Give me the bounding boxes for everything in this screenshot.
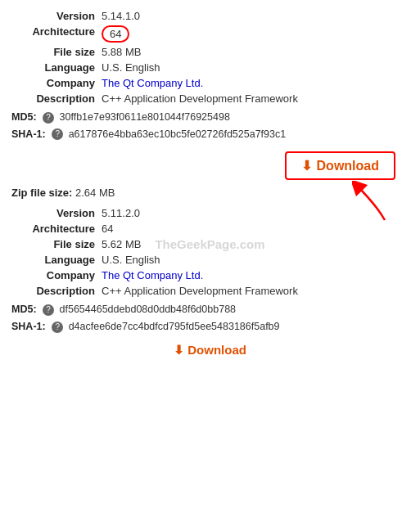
table-row: Description C++ Application Development … — [8, 91, 412, 106]
arch-value: 64 — [98, 24, 412, 44]
md5-help-icon-2[interactable]: ? — [43, 304, 54, 316]
arch-label: Architecture — [8, 24, 98, 44]
md5-row-2: MD5: ? df5654465ddebd08d0ddb48f6d0bb788 — [8, 304, 412, 316]
desc-value: C++ Application Development Framework — [98, 91, 412, 106]
version-label: Version — [8, 8, 98, 24]
table-row: Company The Qt Company Ltd. — [8, 75, 412, 91]
bottom-download-area: ⬇ Download — [8, 340, 412, 361]
table-row: Version 5.14.1.0 — [8, 8, 412, 24]
sha1-row-2: SHA-1: ? d4acfee6de7cc4bdfcd795fd5ee5483… — [8, 321, 412, 333]
md5-value: 30ffb1e7e93f0611e801044f76925498 — [60, 111, 230, 123]
download-area: ⬇Download — [8, 151, 395, 180]
table-row: File size 5.62 MB — [8, 236, 412, 252]
download-label: Download — [317, 159, 379, 173]
md5-label: MD5: — [11, 111, 37, 123]
md5-value-2: df5654465ddebd08d0ddb48f6d0bb788 — [60, 304, 237, 315]
table-row: Company The Qt Company Ltd. — [8, 268, 412, 283]
table-row: Architecture 64 — [8, 24, 412, 44]
arrow-indicator — [352, 181, 397, 224]
sha1-value-2: d4acfee6de7cc4bdfcd795fd5ee5483186f5afb9 — [69, 321, 280, 332]
download-icon: ⬇ — [301, 159, 312, 173]
desc-value-2: C++ Application Development Framework — [98, 283, 412, 299]
sha1-value: a617876e4bba63ec10bc5fe02726fd525a7f93c1 — [69, 128, 287, 140]
md5-label-2: MD5: — [11, 304, 37, 315]
download-icon-2: ⬇ — [174, 343, 184, 357]
table-row: Language U.S. English — [8, 252, 412, 268]
sha1-label: SHA-1: — [11, 128, 46, 140]
version-label-2: Version — [8, 205, 98, 221]
section-1: Version 5.14.1.0 Architecture 64 File si… — [8, 8, 412, 180]
zip-value: 2.64 MB — [75, 187, 115, 199]
language-value: U.S. English — [98, 60, 412, 75]
sha1-help-icon[interactable]: ? — [52, 128, 63, 140]
arch-circle: 64 — [102, 25, 129, 43]
table-row: File size 5.88 MB — [8, 44, 412, 60]
main-container: Version 5.14.1.0 Architecture 64 File si… — [0, 0, 420, 372]
download-button[interactable]: ⬇Download — [285, 151, 395, 180]
md5-row: MD5: ? 30ffb1e7e93f0611e801044f76925498 — [8, 111, 412, 124]
language-value-2: U.S. English — [98, 252, 412, 268]
md5-help-icon[interactable]: ? — [43, 112, 54, 124]
company-value-2: The Qt Company Ltd. — [98, 268, 412, 283]
download-button-2[interactable]: ⬇ Download — [167, 340, 253, 361]
section-2: Version 5.11.2.0 Architecture 64 File si… — [8, 205, 412, 360]
table-row: Language U.S. English — [8, 60, 412, 75]
version-value: 5.14.1.0 — [98, 8, 412, 24]
filesize-label-2: File size — [8, 236, 98, 252]
arch-label-2: Architecture — [8, 221, 98, 236]
company-label-2: Company — [8, 268, 98, 283]
company-link[interactable]: The Qt Company Ltd. — [102, 77, 203, 89]
download-section: ⬇Download — [8, 151, 412, 180]
filesize-value-2: 5.62 MB — [98, 236, 412, 252]
sha1-label-2: SHA-1: — [11, 321, 46, 332]
filesize-value: 5.88 MB — [98, 44, 412, 60]
desc-label-2: Description — [8, 283, 98, 299]
arrow-svg — [352, 181, 397, 222]
table-row: Description C++ Application Development … — [8, 283, 412, 299]
filesize-label: File size — [8, 44, 98, 60]
company-label: Company — [8, 75, 98, 91]
language-label: Language — [8, 60, 98, 75]
language-label-2: Language — [8, 252, 98, 268]
info-table-1: Version 5.14.1.0 Architecture 64 File si… — [8, 8, 412, 106]
sha1-row: SHA-1: ? a617876e4bba63ec10bc5fe02726fd5… — [8, 128, 412, 141]
company-value: The Qt Company Ltd. — [98, 75, 412, 91]
desc-label: Description — [8, 91, 98, 106]
sha1-help-icon-2[interactable]: ? — [52, 322, 63, 333]
company-link-2[interactable]: The Qt Company Ltd. — [102, 269, 203, 281]
zip-label: Zip file size: — [11, 187, 72, 199]
download-label-2: Download — [187, 343, 246, 357]
